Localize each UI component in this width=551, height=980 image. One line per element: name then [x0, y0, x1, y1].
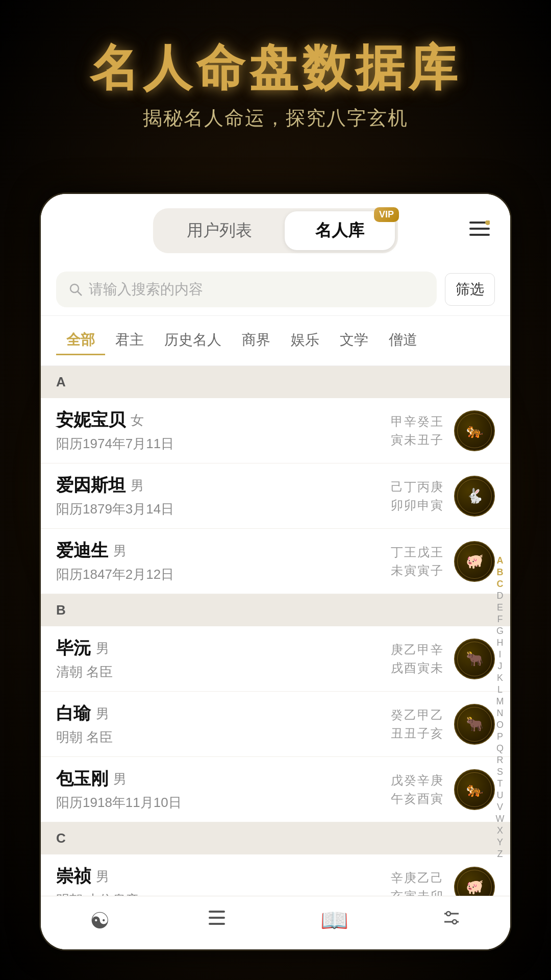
tab-group: 用户列表 名人库 VIP [153, 208, 398, 253]
sub-title: 揭秘名人命运，探究八字玄机 [0, 105, 551, 131]
item-info: 爱迪生 男 阳历1847年2月12日 [56, 539, 391, 583]
alpha-l[interactable]: L [494, 684, 506, 695]
svg-rect-6 [209, 911, 225, 913]
item-bazi: 庚乙甲辛 戌酉寅未 [391, 642, 444, 676]
cat-business[interactable]: 商界 [232, 326, 281, 355]
item-bazi: 丁王戊王 未寅寅子 [391, 544, 444, 579]
item-info: 安妮宝贝 女 阳历1974年7月11日 [56, 408, 391, 453]
bottom-nav: ☯ 📖 [41, 896, 510, 949]
alpha-m[interactable]: M [494, 696, 506, 707]
item-name: 安妮宝贝 女 [56, 408, 391, 432]
nav-taiji[interactable]: ☯ [41, 906, 158, 934]
item-info: 崇祯 男 明朝 末位皇帝 [56, 865, 391, 896]
alpha-c[interactable]: C [494, 579, 506, 590]
nav-book[interactable]: 📖 [276, 906, 393, 934]
alpha-h[interactable]: H [494, 638, 506, 648]
list-item[interactable]: 白瑜 男 明朝 名臣 癸乙甲乙 丑丑子亥 🐂 [41, 692, 510, 757]
nav-settings[interactable] [393, 906, 510, 934]
list-item[interactable]: 崇祯 男 明朝 末位皇帝 辛庚乙己 亥寅未卯 🐖 [41, 854, 510, 896]
svg-point-3 [485, 220, 490, 225]
alpha-i[interactable]: I [494, 649, 506, 660]
alpha-k[interactable]: K [494, 673, 506, 683]
alpha-q[interactable]: Q [494, 743, 506, 754]
section-header-c: C [41, 822, 510, 854]
alpha-j[interactable]: J [494, 661, 506, 672]
tab-celebrity[interactable]: 名人库 VIP [285, 211, 395, 250]
item-bazi: 癸乙甲乙 丑丑子亥 [391, 707, 444, 742]
alpha-n[interactable]: N [494, 708, 506, 719]
alpha-t[interactable]: T [494, 778, 506, 789]
item-name: 爱因斯坦 男 [56, 474, 391, 497]
svg-point-12 [453, 920, 457, 924]
header-area: 名人命盘数据库 揭秘名人命运，探究八字玄机 [0, 41, 551, 131]
item-sub: 明朝 名臣 [56, 728, 391, 746]
alpha-a[interactable]: A [494, 555, 506, 566]
svg-rect-2 [469, 234, 490, 236]
alpha-b[interactable]: B [494, 567, 506, 578]
item-info: 毕沅 男 清朝 名臣 [56, 636, 391, 681]
item-info: 包玉刚 男 阳历1918年11月10日 [56, 767, 391, 812]
item-sub: 清朝 名臣 [56, 663, 391, 681]
svg-rect-7 [209, 917, 225, 919]
alpha-w[interactable]: W [494, 814, 506, 824]
cat-entertainment[interactable]: 娱乐 [281, 326, 330, 355]
section-header-a: A [41, 366, 510, 398]
item-sub: 阳历1918年11月10日 [56, 794, 391, 812]
item-gender: 男 [131, 477, 144, 495]
list-item[interactable]: 包玉刚 男 阳历1918年11月10日 戊癸辛庚 午亥酉寅 🐅 [41, 757, 510, 822]
alpha-u[interactable]: U [494, 790, 506, 801]
avatar: 🐅 [454, 410, 495, 451]
item-info: 白瑜 男 明朝 名臣 [56, 702, 391, 746]
filter-button[interactable]: 筛选 [445, 273, 495, 306]
alpha-r[interactable]: R [494, 755, 506, 766]
svg-rect-1 [469, 228, 490, 230]
item-sub: 阳历1879年3月14日 [56, 500, 391, 518]
item-sub: 阳历1847年2月12日 [56, 566, 391, 583]
list-item[interactable]: 爱因斯坦 男 阳历1879年3月14日 己丁丙庚 卯卯申寅 🐇 [41, 463, 510, 529]
list-container: A 安妮宝贝 女 阳历1974年7月11日 甲辛癸王 寅未丑子 � [41, 366, 510, 896]
cat-literature[interactable]: 文学 [330, 326, 379, 355]
nav-list[interactable] [158, 906, 276, 934]
item-bazi: 己丁丙庚 卯卯申寅 [391, 479, 444, 513]
phone-inner: 用户列表 名人库 VIP [41, 194, 510, 949]
alpha-p[interactable]: P [494, 731, 506, 742]
alpha-e[interactable]: E [494, 602, 506, 613]
search-bar: 请输入搜索的内容 筛选 [41, 263, 510, 316]
phone-frame: 用户列表 名人库 VIP [41, 194, 510, 949]
alpha-d[interactable]: D [494, 591, 506, 601]
alpha-o[interactable]: O [494, 720, 506, 730]
item-gender: 男 [113, 542, 127, 560]
alpha-z[interactable]: Z [494, 849, 506, 860]
item-bazi: 辛庚乙己 亥寅未卯 [391, 870, 444, 896]
item-sub: 明朝 末位皇帝 [56, 891, 391, 896]
item-name: 白瑜 男 [56, 702, 391, 725]
alpha-s[interactable]: S [494, 767, 506, 777]
category-tabs: 全部 君主 历史名人 商界 娱乐 文学 僧道 [41, 316, 510, 366]
list-item[interactable]: 安妮宝贝 女 阳历1974年7月11日 甲辛癸王 寅未丑子 🐅 [41, 398, 510, 463]
list-item[interactable]: 毕沅 男 清朝 名臣 庚乙甲辛 戌酉寅未 🐂 [41, 626, 510, 692]
item-name: 毕沅 男 [56, 636, 391, 660]
item-gender: 男 [96, 705, 109, 723]
item-info: 爱因斯坦 男 阳历1879年3月14日 [56, 474, 391, 518]
cat-all[interactable]: 全部 [56, 326, 105, 355]
item-name: 包玉刚 男 [56, 767, 391, 791]
alpha-x[interactable]: X [494, 825, 506, 836]
search-icon [68, 282, 83, 297]
item-gender: 男 [96, 640, 109, 657]
menu-icon[interactable] [469, 220, 490, 241]
cat-history[interactable]: 历史名人 [154, 326, 232, 355]
list-item[interactable]: 爱迪生 男 阳历1847年2月12日 丁王戊王 未寅寅子 🐖 [41, 529, 510, 594]
alpha-y[interactable]: Y [494, 837, 506, 848]
cat-religion[interactable]: 僧道 [379, 326, 428, 355]
avatar: 🐂 [454, 704, 495, 745]
alpha-f[interactable]: F [494, 614, 506, 625]
search-input-wrap[interactable]: 请输入搜索的内容 [56, 272, 437, 307]
alpha-v[interactable]: V [494, 802, 506, 813]
alpha-g[interactable]: G [494, 626, 506, 636]
search-placeholder: 请输入搜索的内容 [89, 280, 203, 299]
item-bazi: 甲辛癸王 寅未丑子 [391, 413, 444, 448]
cat-junzhu[interactable]: 君主 [105, 326, 154, 355]
tab-user-list[interactable]: 用户列表 [156, 211, 283, 250]
tabs-bar: 用户列表 名人库 VIP [41, 194, 510, 263]
item-name: 崇祯 男 [56, 865, 391, 888]
